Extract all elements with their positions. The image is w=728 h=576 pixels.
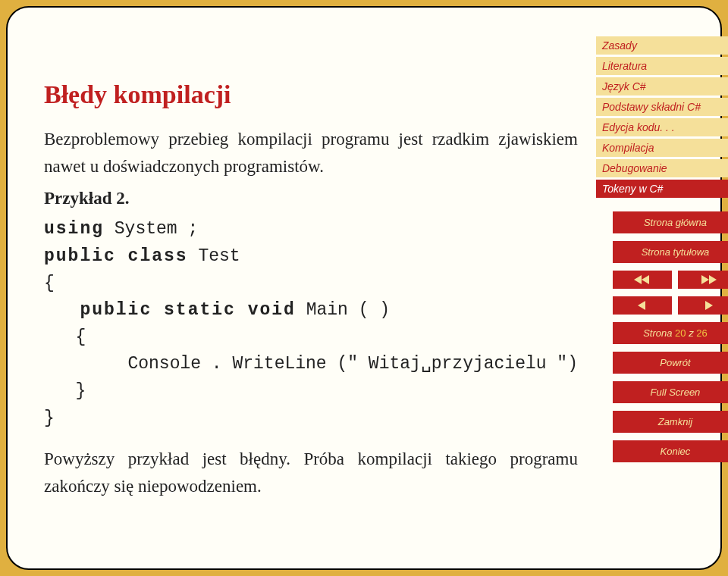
nav-edycja-kodu[interactable]: Edycja kodu. . . <box>596 118 728 136</box>
sidebar: Zasady Literatura Język C# Podstawy skła… <box>596 36 728 546</box>
page-title: Błędy kompilacji <box>44 80 578 109</box>
main-content: Błędy kompilacji Bezproblemowy przebieg … <box>44 36 578 546</box>
page-total: 26 <box>696 327 707 339</box>
nav-row-step <box>613 296 728 315</box>
svg-marker-5 <box>705 301 713 310</box>
nav-debugowanie[interactable]: Debugowanie <box>596 159 728 177</box>
svg-marker-1 <box>642 275 649 284</box>
outro-paragraph: Powyższy przykład jest błędny. Próba kom… <box>44 446 578 499</box>
home-button[interactable]: Strona główna <box>613 211 728 233</box>
back-button[interactable]: Powrót <box>613 352 728 374</box>
prev-button[interactable] <box>613 296 673 315</box>
next-button[interactable] <box>678 296 728 315</box>
nav-kompilacja[interactable]: Kompilacja <box>596 139 728 157</box>
close-button[interactable]: Zamknij <box>613 411 728 433</box>
svg-marker-3 <box>709 275 717 284</box>
left-icon <box>638 301 647 310</box>
svg-marker-0 <box>634 275 642 284</box>
page-sep: z <box>686 327 697 339</box>
page-current: 20 <box>675 327 686 339</box>
nav-tokeny[interactable]: Tokeny w C# <box>596 180 728 198</box>
page-indicator[interactable]: Strona 20 z 26 <box>613 322 728 344</box>
right-icon <box>704 301 713 310</box>
nav-zasady[interactable]: Zasady <box>596 36 728 55</box>
fullscreen-button[interactable]: Full Screen <box>613 381 728 403</box>
double-right-icon <box>700 275 717 284</box>
page-prefix: Strona <box>643 327 675 339</box>
svg-marker-2 <box>701 275 709 284</box>
nav-podstawy-skladni[interactable]: Podstawy składni C# <box>596 98 728 116</box>
svg-marker-4 <box>638 301 645 310</box>
nav-literatura[interactable]: Literatura <box>596 57 728 75</box>
end-button[interactable]: Koniec <box>613 440 728 462</box>
intro-paragraph: Bezproblemowy przebieg kompilacji progra… <box>44 126 578 180</box>
code-block: using System ; public class Test { publi… <box>44 216 578 432</box>
nav-row-fast <box>613 271 728 289</box>
spacer <box>596 200 728 209</box>
fast-forward-button[interactable] <box>678 271 728 289</box>
title-page-button[interactable]: Strona tytułowa <box>613 241 728 263</box>
page-frame: Błędy kompilacji Bezproblemowy przebieg … <box>6 6 722 570</box>
fast-back-button[interactable] <box>613 271 673 289</box>
nav-jezyk-csharp[interactable]: Język C# <box>596 77 728 95</box>
double-left-icon <box>634 275 651 284</box>
example-heading: Przykład 2. <box>44 189 578 208</box>
